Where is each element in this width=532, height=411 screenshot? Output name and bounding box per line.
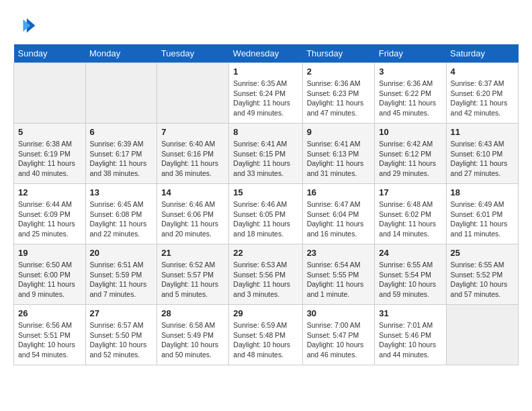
- calendar-cell: [446, 305, 518, 365]
- day-number: 23: [307, 248, 371, 258]
- day-number: 12: [18, 187, 81, 197]
- weekday-header-monday: Monday: [85, 44, 157, 63]
- day-info: Sunrise: 6:46 AM Sunset: 6:05 PM Dayligh…: [233, 199, 298, 239]
- weekday-header-row: SundayMondayTuesdayWednesdayThursdayFrid…: [14, 44, 519, 63]
- calendar-cell: 7Sunrise: 6:40 AM Sunset: 6:16 PM Daylig…: [157, 124, 229, 184]
- calendar-cell: 29Sunrise: 6:59 AM Sunset: 5:48 PM Dayli…: [229, 305, 302, 365]
- calendar-cell: 30Sunrise: 7:00 AM Sunset: 5:47 PM Dayli…: [302, 305, 375, 365]
- day-number: 13: [90, 187, 153, 197]
- day-info: Sunrise: 6:36 AM Sunset: 6:22 PM Dayligh…: [379, 79, 441, 118]
- logo-icon: [13, 13, 38, 38]
- calendar-cell: 8Sunrise: 6:41 AM Sunset: 6:15 PM Daylig…: [229, 124, 302, 184]
- calendar-cell: 12Sunrise: 6:44 AM Sunset: 6:09 PM Dayli…: [14, 184, 86, 244]
- day-info: Sunrise: 6:42 AM Sunset: 6:12 PM Dayligh…: [379, 139, 441, 179]
- logo: [13, 13, 40, 38]
- day-info: Sunrise: 6:55 AM Sunset: 5:52 PM Dayligh…: [451, 260, 514, 300]
- day-number: 7: [161, 127, 224, 137]
- calendar-cell: [157, 63, 229, 124]
- day-info: Sunrise: 6:59 AM Sunset: 5:48 PM Dayligh…: [233, 320, 298, 360]
- calendar-table: SundayMondayTuesdayWednesdayThursdayFrid…: [13, 44, 519, 365]
- calendar-cell: 28Sunrise: 6:58 AM Sunset: 5:49 PM Dayli…: [157, 305, 229, 365]
- calendar-cell: 15Sunrise: 6:46 AM Sunset: 6:05 PM Dayli…: [229, 184, 302, 244]
- calendar-cell: 13Sunrise: 6:45 AM Sunset: 6:08 PM Dayli…: [85, 184, 157, 244]
- day-info: Sunrise: 6:48 AM Sunset: 6:02 PM Dayligh…: [379, 199, 441, 239]
- calendar-cell: 18Sunrise: 6:49 AM Sunset: 6:01 PM Dayli…: [446, 184, 518, 244]
- day-number: 2: [307, 66, 371, 77]
- day-number: 20: [90, 248, 153, 258]
- calendar-cell: 4Sunrise: 6:37 AM Sunset: 6:20 PM Daylig…: [446, 63, 518, 124]
- day-number: 17: [379, 187, 441, 197]
- day-info: Sunrise: 6:46 AM Sunset: 6:06 PM Dayligh…: [161, 199, 224, 239]
- day-info: Sunrise: 6:50 AM Sunset: 6:00 PM Dayligh…: [18, 260, 81, 300]
- calendar-cell: [14, 63, 86, 124]
- day-info: Sunrise: 6:45 AM Sunset: 6:08 PM Dayligh…: [90, 199, 153, 239]
- day-info: Sunrise: 6:43 AM Sunset: 6:10 PM Dayligh…: [451, 139, 514, 179]
- calendar-cell: 23Sunrise: 6:54 AM Sunset: 5:55 PM Dayli…: [302, 244, 375, 305]
- weekday-header-tuesday: Tuesday: [157, 44, 229, 63]
- day-info: Sunrise: 6:53 AM Sunset: 5:56 PM Dayligh…: [233, 260, 298, 300]
- day-number: 27: [90, 308, 153, 318]
- day-number: 1: [233, 66, 298, 77]
- calendar-week-4: 19Sunrise: 6:50 AM Sunset: 6:00 PM Dayli…: [14, 244, 519, 305]
- day-number: 28: [161, 308, 224, 318]
- weekday-header-saturday: Saturday: [446, 44, 518, 63]
- calendar-cell: 31Sunrise: 7:01 AM Sunset: 5:46 PM Dayli…: [375, 305, 446, 365]
- weekday-header-friday: Friday: [375, 44, 446, 63]
- calendar-week-3: 12Sunrise: 6:44 AM Sunset: 6:09 PM Dayli…: [14, 184, 519, 244]
- day-number: 25: [451, 248, 514, 258]
- day-number: 14: [161, 187, 224, 197]
- day-info: Sunrise: 6:47 AM Sunset: 6:04 PM Dayligh…: [307, 199, 371, 239]
- calendar-cell: 20Sunrise: 6:51 AM Sunset: 5:59 PM Dayli…: [85, 244, 157, 305]
- weekday-header-thursday: Thursday: [302, 44, 375, 63]
- day-number: 11: [451, 127, 514, 137]
- day-number: 21: [161, 248, 224, 258]
- day-number: 29: [233, 308, 298, 318]
- day-info: Sunrise: 6:51 AM Sunset: 5:59 PM Dayligh…: [90, 260, 153, 300]
- day-info: Sunrise: 6:55 AM Sunset: 5:54 PM Dayligh…: [379, 260, 441, 300]
- day-number: 4: [451, 66, 514, 77]
- page-header: [13, 13, 519, 38]
- calendar-cell: 14Sunrise: 6:46 AM Sunset: 6:06 PM Dayli…: [157, 184, 229, 244]
- calendar-week-1: 1Sunrise: 6:35 AM Sunset: 6:24 PM Daylig…: [14, 63, 519, 124]
- day-info: Sunrise: 6:40 AM Sunset: 6:16 PM Dayligh…: [161, 139, 224, 179]
- calendar-cell: 25Sunrise: 6:55 AM Sunset: 5:52 PM Dayli…: [446, 244, 518, 305]
- day-info: Sunrise: 7:00 AM Sunset: 5:47 PM Dayligh…: [307, 320, 371, 360]
- day-info: Sunrise: 6:38 AM Sunset: 6:19 PM Dayligh…: [18, 139, 81, 179]
- day-info: Sunrise: 6:54 AM Sunset: 5:55 PM Dayligh…: [307, 260, 371, 300]
- day-number: 3: [379, 66, 441, 77]
- day-number: 10: [379, 127, 441, 137]
- calendar-cell: 19Sunrise: 6:50 AM Sunset: 6:00 PM Dayli…: [14, 244, 86, 305]
- calendar-cell: 5Sunrise: 6:38 AM Sunset: 6:19 PM Daylig…: [14, 124, 86, 184]
- day-number: 5: [18, 127, 81, 137]
- day-info: Sunrise: 7:01 AM Sunset: 5:46 PM Dayligh…: [379, 320, 441, 360]
- day-info: Sunrise: 6:41 AM Sunset: 6:15 PM Dayligh…: [233, 139, 298, 179]
- day-number: 24: [379, 248, 441, 258]
- calendar-cell: 22Sunrise: 6:53 AM Sunset: 5:56 PM Dayli…: [229, 244, 302, 305]
- day-number: 16: [307, 187, 371, 197]
- day-info: Sunrise: 6:36 AM Sunset: 6:23 PM Dayligh…: [307, 79, 371, 118]
- calendar-cell: 1Sunrise: 6:35 AM Sunset: 6:24 PM Daylig…: [229, 63, 302, 124]
- day-number: 30: [307, 308, 371, 318]
- day-number: 8: [233, 127, 298, 137]
- day-number: 6: [90, 127, 153, 137]
- day-info: Sunrise: 6:56 AM Sunset: 5:51 PM Dayligh…: [18, 320, 81, 360]
- day-number: 19: [18, 248, 81, 258]
- calendar-cell: 6Sunrise: 6:39 AM Sunset: 6:17 PM Daylig…: [85, 124, 157, 184]
- day-number: 22: [233, 248, 298, 258]
- day-number: 31: [379, 308, 441, 318]
- calendar-cell: 9Sunrise: 6:41 AM Sunset: 6:13 PM Daylig…: [302, 124, 375, 184]
- weekday-header-wednesday: Wednesday: [229, 44, 302, 63]
- calendar-cell: 21Sunrise: 6:52 AM Sunset: 5:57 PM Dayli…: [157, 244, 229, 305]
- day-info: Sunrise: 6:57 AM Sunset: 5:50 PM Dayligh…: [90, 320, 153, 360]
- calendar-cell: 27Sunrise: 6:57 AM Sunset: 5:50 PM Dayli…: [85, 305, 157, 365]
- calendar-cell: 11Sunrise: 6:43 AM Sunset: 6:10 PM Dayli…: [446, 124, 518, 184]
- day-number: 26: [18, 308, 81, 318]
- day-number: 9: [307, 127, 371, 137]
- calendar-cell: 17Sunrise: 6:48 AM Sunset: 6:02 PM Dayli…: [375, 184, 446, 244]
- calendar-week-5: 26Sunrise: 6:56 AM Sunset: 5:51 PM Dayli…: [14, 305, 519, 365]
- calendar-cell: 3Sunrise: 6:36 AM Sunset: 6:22 PM Daylig…: [375, 63, 446, 124]
- day-info: Sunrise: 6:37 AM Sunset: 6:20 PM Dayligh…: [451, 79, 514, 118]
- day-info: Sunrise: 6:41 AM Sunset: 6:13 PM Dayligh…: [307, 139, 371, 179]
- calendar-cell: 2Sunrise: 6:36 AM Sunset: 6:23 PM Daylig…: [302, 63, 375, 124]
- day-info: Sunrise: 6:44 AM Sunset: 6:09 PM Dayligh…: [18, 199, 81, 239]
